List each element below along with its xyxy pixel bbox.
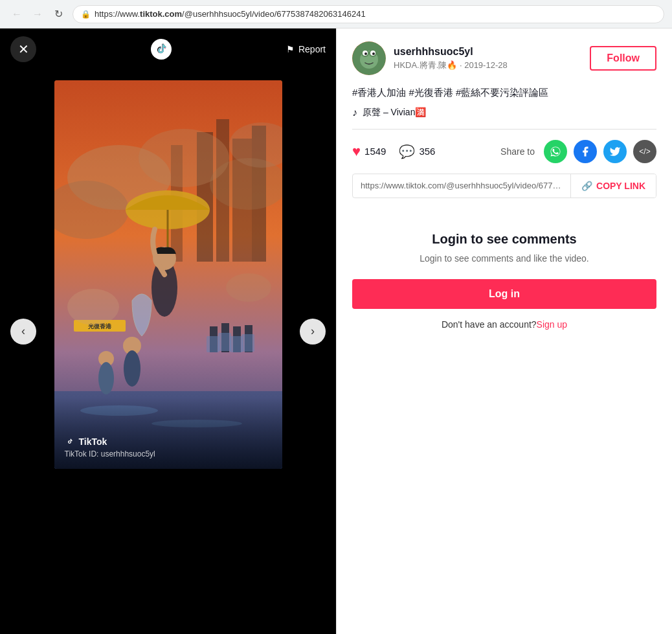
user-meta: HKDA.將青.陳🔥 · 2019-12-28: [394, 60, 590, 71]
signup-link[interactable]: Sign up: [537, 319, 567, 330]
main-content: ✕ ⚑ Report: [0, 28, 672, 634]
svg-point-0: [151, 39, 172, 60]
link-copy-row: https://www.tiktok.com/@userhhhsuoc5yl/v…: [352, 174, 656, 198]
share-section: Share to: [500, 140, 656, 163]
reload-button[interactable]: ↻: [49, 5, 67, 23]
video-panel: ✕ ⚑ Report: [0, 28, 336, 634]
svg-point-34: [226, 273, 271, 302]
svg-point-30: [124, 350, 140, 387]
share-label: Share to: [500, 146, 535, 157]
twitter-icon: [609, 146, 621, 157]
login-subtitle: Login to see comments and like the video…: [352, 253, 656, 264]
heart-icon: ♥: [352, 143, 361, 160]
svg-rect-23: [241, 334, 254, 352]
right-panel: userhhhsuoc5yl HKDA.將青.陳🔥 · 2019-12-28 F…: [336, 28, 672, 634]
signup-row: Don't have an account?Sign up: [352, 319, 656, 330]
user-info: userhhhsuoc5yl HKDA.將青.陳🔥 · 2019-12-28 F…: [352, 41, 656, 75]
share-twitter-button[interactable]: [603, 140, 627, 163]
svg-point-42: [372, 52, 375, 55]
interaction-bar: ♥ 1549 💬 356 Share to: [352, 140, 656, 163]
report-button[interactable]: ⚑ Report: [286, 44, 326, 54]
comments-count: 💬 356: [399, 144, 435, 159]
svg-point-28: [98, 362, 114, 394]
browser-chrome: ← → ↻ 🔒 https://www.tiktok.com/@userhhhs…: [0, 0, 672, 28]
login-title: Login to see comments: [352, 232, 656, 247]
svg-point-41: [364, 52, 367, 55]
back-button[interactable]: ←: [8, 5, 26, 23]
next-video-button[interactable]: ›: [300, 319, 326, 345]
share-whatsapp-button[interactable]: [544, 140, 567, 163]
whatsapp-icon: [550, 146, 561, 157]
share-embed-button[interactable]: </>: [633, 140, 656, 163]
link-icon: 🔗: [581, 181, 592, 191]
divider: [352, 129, 656, 130]
video-container: 光復香港 TikTok TikTok ID: userhhhsuoc5yl: [54, 80, 282, 469]
svg-rect-22: [230, 336, 243, 352]
video-user-id: TikTok ID: userhhhsuoc5yl: [65, 449, 272, 459]
video-image: 光復香港 TikTok TikTok ID: userhhhsuoc5yl: [54, 80, 282, 469]
tiktok-small-icon: [65, 436, 75, 447]
caption: #香港人加油 #光復香港 #藍絲不要污染評論區: [352, 85, 656, 100]
music-note-icon: ♪: [352, 107, 357, 119]
svg-point-33: [67, 289, 119, 325]
link-url-text: https://www.tiktok.com/@userhhhsuoc5yl/v…: [353, 174, 570, 197]
video-tiktok-label: TikTok: [65, 436, 272, 447]
signup-text: Don't have an account?: [442, 319, 537, 330]
lock-icon: 🔒: [81, 10, 91, 19]
login-button[interactable]: Log in: [352, 279, 656, 309]
user-details: userhhhsuoc5yl HKDA.將青.陳🔥 · 2019-12-28: [394, 46, 590, 71]
url-text: https://www.tiktok.com/@userhhhsuoc5yl/v…: [95, 9, 366, 19]
svg-rect-20: [207, 336, 219, 352]
music-row: ♪ 原聲 – Vivian🈵: [352, 107, 656, 119]
video-branding: TikTok TikTok ID: userhhhsuoc5yl: [54, 398, 282, 469]
facebook-icon: [579, 146, 591, 157]
tiktok-logo: [151, 39, 172, 60]
likes-count: ♥ 1549: [352, 143, 386, 160]
avatar: [352, 41, 386, 75]
music-title: 原聲 – Vivian🈵: [363, 107, 426, 119]
prev-video-button[interactable]: ‹: [10, 319, 36, 345]
embed-icon: </>: [639, 147, 650, 156]
flag-icon: ⚑: [286, 44, 295, 54]
comment-icon: 💬: [399, 144, 415, 159]
tiktok-icon: [151, 39, 172, 60]
share-facebook-button[interactable]: [574, 140, 597, 163]
forward-button[interactable]: →: [28, 5, 47, 23]
avatar-image: [352, 41, 386, 75]
login-section: Login to see comments Login to see comme…: [352, 219, 656, 343]
username: userhhhsuoc5yl: [394, 46, 590, 58]
address-bar[interactable]: 🔒 https://www.tiktok.com/@userhhhsuoc5yl…: [73, 5, 664, 23]
svg-rect-21: [218, 333, 231, 351]
left-topbar: ✕ ⚑ Report: [0, 28, 336, 70]
nav-buttons: ← → ↻: [8, 5, 67, 23]
copy-link-button[interactable]: 🔗 COPY LINK: [570, 174, 656, 198]
follow-button[interactable]: Follow: [590, 46, 656, 71]
close-button[interactable]: ✕: [10, 36, 36, 62]
